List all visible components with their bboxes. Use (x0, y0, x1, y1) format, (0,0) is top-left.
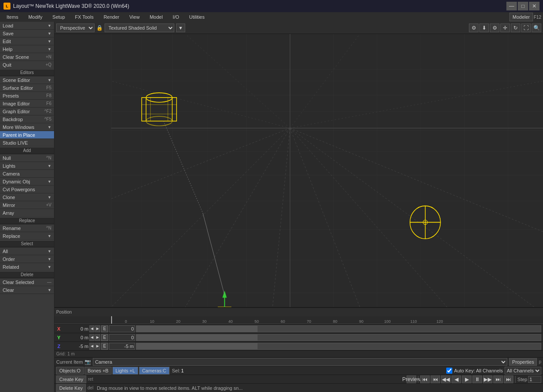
y-next-btn[interactable]: ▶ (95, 334, 100, 341)
tab-items[interactable]: Items (2, 13, 23, 21)
auto-key-select[interactable]: All Channels (505, 367, 541, 375)
step-back-btn[interactable]: ◀◀ (441, 375, 451, 383)
y-slider[interactable] (136, 334, 541, 341)
viewport-area: Perspective 🔒 Textured Shaded Solid ▼ ⚙ … (54, 22, 543, 392)
step-input[interactable] (528, 376, 541, 383)
sidebar-item-clear[interactable]: Clear ▼ (0, 286, 54, 294)
sidebar-item-lights[interactable]: Lights ▼ (0, 162, 54, 170)
preview-btn[interactable]: Preview (407, 375, 416, 383)
tab-io[interactable]: I/O (168, 13, 184, 21)
z-e-btn[interactable]: E (101, 343, 108, 350)
sidebar: Load ▼ Save ▼ Edit ▼ Help ▼ Clear Scene … (0, 22, 54, 392)
play-fwd-btn[interactable]: ▶▶ (483, 375, 492, 383)
sidebar-item-mirror[interactable]: Mirror +V (0, 201, 54, 209)
viewport-canvas[interactable] (54, 34, 543, 307)
z-prev-btn[interactable]: ◀ (89, 343, 95, 350)
z-next-btn[interactable]: ▶ (95, 343, 100, 350)
pause-btn[interactable]: ⏸ (472, 375, 482, 383)
sidebar-item-image-editor[interactable]: Image Editor F6 (0, 100, 54, 108)
z-row: Z -5 m ◀ ▶ E (54, 341, 543, 350)
tab-modify[interactable]: Modify (24, 13, 47, 21)
sidebar-item-edit[interactable]: Edit ▼ (0, 37, 54, 45)
sidebar-item-select-all[interactable]: All ▼ (0, 247, 54, 255)
z-slider[interactable] (136, 343, 541, 350)
modeler-button[interactable]: Modeler (509, 13, 533, 21)
sidebar-item-order[interactable]: Order ▼ (0, 255, 54, 263)
sidebar-item-more-windows[interactable]: More Windows ▼ (0, 123, 54, 131)
x-prev-btn[interactable]: ◀ (89, 325, 95, 332)
sidebar-item-clone[interactable]: Clone ▼ (0, 193, 54, 201)
prev-frame-btn[interactable]: ⏮ (431, 375, 440, 383)
delete-status-row: Delete Key del Drag mouse in view to mov… (54, 383, 543, 392)
play-btn[interactable]: ▶ (462, 375, 472, 383)
timeline-ruler[interactable]: 0 10 20 30 40 50 60 70 80 90 100 110 120 (54, 316, 543, 324)
zoom-icon-btn[interactable]: 🔍 (532, 24, 541, 32)
sidebar-item-camera[interactable]: Camera (0, 170, 54, 178)
tab-setup[interactable]: Setup (48, 13, 70, 21)
sidebar-item-clear-selected[interactable]: Clear Selected — (0, 278, 54, 286)
sidebar-item-dynamic-obj[interactable]: Dynamic Obj ▼ (0, 178, 54, 186)
sidebar-item-load[interactable]: Load ▼ (0, 22, 54, 30)
minimize-button[interactable]: — (506, 2, 517, 10)
perspective-select[interactable]: Perspective (56, 24, 95, 32)
sidebar-item-related[interactable]: Related ▼ (0, 263, 54, 271)
y-prev-btn[interactable]: ◀ (89, 334, 95, 341)
bones-btn[interactable]: Bones +B (85, 367, 112, 375)
z-input[interactable] (109, 343, 135, 350)
objects-btn[interactable]: Objects:O (56, 367, 84, 375)
close-button[interactable]: ✕ (529, 2, 540, 10)
shading-extra-btn[interactable]: ▼ (176, 24, 185, 32)
next-frame-btn[interactable]: ⏭ (493, 375, 503, 383)
sidebar-item-parent-in-place[interactable]: Parent in Place (0, 131, 54, 139)
cameras-btn[interactable]: Cameras:C (139, 367, 170, 375)
timeline-markers: 0 10 20 30 40 50 60 70 80 90 100 110 120 (113, 319, 453, 324)
create-key-btn[interactable]: Create Key (56, 375, 86, 383)
replace-header: Replace (0, 217, 54, 224)
sidebar-item-presets[interactable]: Presets F8 (0, 92, 54, 100)
go-start-btn[interactable]: ⏮ (420, 375, 430, 383)
lights-btn[interactable]: Lights +L (112, 367, 138, 375)
sidebar-item-rename[interactable]: Rename ^N (0, 224, 54, 232)
play-back-btn[interactable]: ◀ (451, 375, 461, 383)
tab-render[interactable]: Render (99, 13, 124, 21)
y-value: 0 m (62, 335, 88, 340)
move-icon-btn[interactable]: ✛ (500, 24, 510, 32)
maximize-button[interactable]: □ (518, 2, 528, 10)
sidebar-item-array[interactable]: Array (0, 209, 54, 217)
refresh-icon-btn[interactable]: ↻ (511, 24, 520, 32)
tab-utilities[interactable]: Utilities (184, 13, 209, 21)
x-next-btn[interactable]: ▶ (95, 325, 100, 332)
settings2-icon-btn[interactable]: ⚙ (490, 24, 499, 32)
x-e-btn[interactable]: E (101, 325, 108, 332)
y-row: Y 0 m ◀ ▶ E (54, 333, 543, 341)
tab-fxtools[interactable]: FX Tools (70, 13, 98, 21)
item-select[interactable]: Camera (93, 358, 507, 366)
tab-view[interactable]: View (125, 13, 145, 21)
sidebar-item-surface-editor[interactable]: Surface Editor F5 (0, 84, 54, 92)
x-input[interactable] (109, 325, 135, 332)
download-icon-btn[interactable]: ⬇ (479, 24, 489, 32)
y-e-btn[interactable]: E (101, 334, 108, 341)
sidebar-item-backdrop[interactable]: Backdrop ^F5 (0, 115, 54, 123)
go-end-btn[interactable]: ⏭ (504, 375, 513, 383)
sidebar-item-clear-scene[interactable]: Clear Scene +N (0, 53, 54, 61)
maximize-vp-btn[interactable]: ⛶ (521, 24, 531, 32)
sidebar-item-help[interactable]: Help ▼ (0, 45, 54, 53)
grid-value: 1 m (68, 351, 75, 356)
sidebar-item-studio-live[interactable]: Studio LIVE (0, 139, 54, 147)
properties-btn[interactable]: Properties (509, 358, 537, 366)
sidebar-item-replace[interactable]: Replace ▼ (0, 232, 54, 240)
gear-icon-btn[interactable]: ⚙ (469, 24, 479, 32)
y-input[interactable] (109, 334, 135, 341)
sidebar-item-graph-editor[interactable]: Graph Editor ^F2 (0, 108, 54, 115)
auto-key-checkbox[interactable] (446, 368, 452, 374)
shading-select[interactable]: Textured Shaded Solid (105, 24, 174, 32)
x-slider[interactable] (136, 325, 541, 332)
sidebar-item-cvt-powergons[interactable]: Cvt Powergons (0, 186, 54, 193)
delete-key-btn[interactable]: Delete Key (56, 384, 86, 392)
sidebar-item-null[interactable]: Null ^N (0, 154, 54, 162)
sidebar-item-quit[interactable]: Quit +Q (0, 61, 54, 69)
sidebar-item-save[interactable]: Save ▼ (0, 30, 54, 37)
tab-model[interactable]: Model (145, 13, 167, 21)
sidebar-item-scene-editor[interactable]: Scene Editor ▼ (0, 76, 54, 84)
